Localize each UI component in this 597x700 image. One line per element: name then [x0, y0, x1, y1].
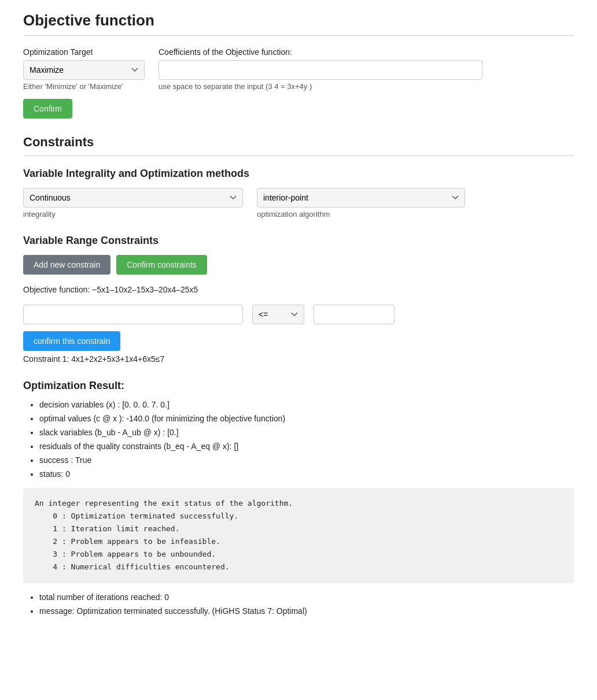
extra-result-item-0: total number of iterations reached: 0 [39, 592, 574, 602]
confirm-button[interactable]: Confirm [23, 99, 72, 118]
constraint-label: Constraint 1: 4x1+2x2+5x3+1x4+6x5≤7 [23, 354, 574, 364]
algorithm-col: interior-point revised simplex simplex o… [257, 188, 465, 218]
extra-result-list: total number of iterations reached: 0 me… [23, 592, 574, 616]
integrality-select[interactable]: Continuous Integer Mixed [23, 188, 243, 208]
coefficients-col: Coefficients of the Objective function: … [159, 47, 482, 91]
constraint-button-row: Add new constrain Confirm constraints [23, 255, 574, 275]
result-item-2: slack variables (b_ub - A_ub @ x) : [0.] [39, 428, 574, 437]
result-list: decision variables (x) : [0. 0. 0. 7. 0.… [23, 400, 574, 479]
variable-range-section: Variable Range Constraints Add new const… [23, 235, 574, 364]
result-item-0: decision variables (x) : [0. 0. 0. 7. 0.… [39, 400, 574, 409]
coefficients-input[interactable]: 5 10 15 20 25 [159, 60, 482, 80]
optimization-target-hint: Either 'Minimize' or 'Maximize' [23, 82, 145, 91]
coefficients-label: Coefficients of the Objective function: [159, 47, 482, 57]
objective-function-display: Objective function: −5x1–10x2–15x3–20x4–… [23, 285, 574, 294]
objective-function-row: Optimization Target Maximize Minimize Ei… [23, 47, 574, 91]
algorithm-label: optimization algorithm [257, 210, 465, 218]
optimization-target-select[interactable]: Maximize Minimize [23, 60, 145, 80]
integrality-label: integrality [23, 210, 243, 218]
result-item-5: status: 0 [39, 469, 574, 479]
rhs-input[interactable]: 7 [314, 305, 395, 324]
confirm-this-constrain-button[interactable]: confirm this constrain [23, 331, 120, 351]
integrality-row: Continuous Integer Mixed integrality int… [23, 188, 574, 218]
inequality-select[interactable]: <= >= = [252, 305, 304, 324]
integrality-col: Continuous Integer Mixed integrality [23, 188, 243, 218]
optimization-result-section: Optimization Result: decision variables … [23, 380, 574, 616]
objective-function-title: Objective function [23, 12, 574, 29]
coefficients-hint: use space to separate the input (3 4 = 3… [159, 82, 482, 91]
optimization-target-col: Optimization Target Maximize Minimize Ei… [23, 47, 145, 91]
optimization-result-title: Optimization Result: [23, 380, 574, 392]
code-block-text: An integer representing the exit status … [35, 499, 293, 571]
confirm-constraints-button[interactable]: Confirm constraints [116, 255, 207, 275]
constraint-input-row: 4 2 5 1 6 <= >= = 7 [23, 305, 574, 324]
objective-function-section: Objective function Optimization Target M… [23, 12, 574, 118]
add-new-constrain-button[interactable]: Add new constrain [23, 255, 110, 275]
optimization-target-label: Optimization Target [23, 47, 145, 57]
variable-range-title: Variable Range Constraints [23, 235, 574, 247]
algorithm-select[interactable]: interior-point revised simplex simplex [257, 188, 465, 208]
variable-integrality-title: Variable Integrality and Optimization me… [23, 168, 574, 180]
constraints-section: Constraints Variable Integrality and Opt… [23, 135, 574, 364]
result-item-3: residuals of the quality constraints (b_… [39, 442, 574, 451]
constraints-title: Constraints [23, 135, 574, 150]
variable-integrality-section: Variable Integrality and Optimization me… [23, 168, 574, 218]
divider-1 [23, 35, 574, 36]
result-item-4: success : True [39, 455, 574, 465]
extra-result-item-1: message: Optimization terminated success… [39, 606, 574, 616]
divider-2 [23, 155, 574, 156]
constraint-coefficients-input[interactable]: 4 2 5 1 6 [23, 305, 243, 324]
result-item-1: optimal values (c @ x ): -140.0 (for min… [39, 414, 574, 423]
code-block: An integer representing the exit status … [23, 488, 574, 583]
